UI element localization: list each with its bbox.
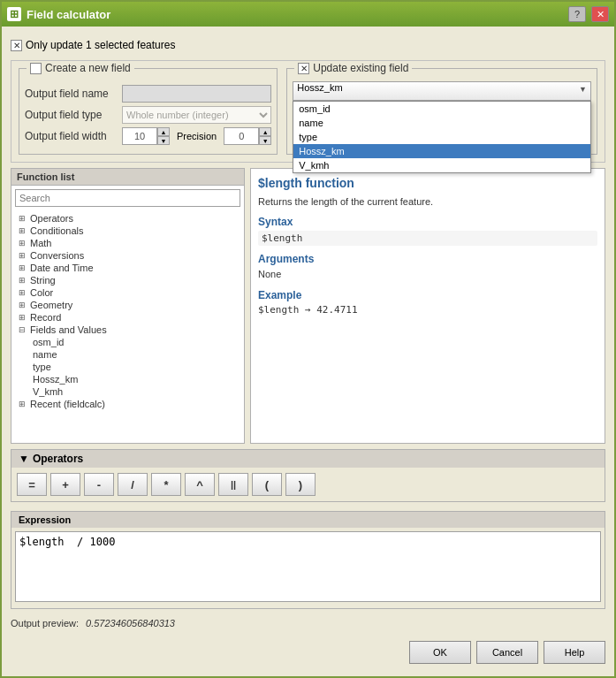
bottom-buttons: OK Cancel Help <box>11 637 605 667</box>
create-field-panel: Create a new field Output field name Out… <box>19 68 278 155</box>
info-description: Returns the length of the current featur… <box>258 195 597 209</box>
op-equals[interactable]: = <box>17 473 47 496</box>
precision-up-button[interactable]: ▲ <box>259 127 271 136</box>
dropdown-item-name[interactable]: name <box>293 116 590 130</box>
update-field-legend: Update existing field <box>294 62 412 74</box>
op-plus[interactable]: + <box>50 473 80 496</box>
precision-input[interactable] <box>224 127 259 145</box>
ok-button[interactable]: OK <box>409 641 471 664</box>
field-calculator-window: ⊞ Field calculator ? ✕ Only update 1 sel… <box>0 0 616 678</box>
window-body: Only update 1 selected features Create a… <box>2 27 614 676</box>
op-concat[interactable]: || <box>218 473 248 496</box>
tree-group-geometry-header[interactable]: ⊞ Geometry <box>13 299 242 311</box>
help-title-button[interactable]: ? <box>568 6 586 22</box>
tree-group-conditionals-header[interactable]: ⊞ Conditionals <box>13 225 242 237</box>
tree-item-v_kmh[interactable]: V_kmh <box>29 385 242 398</box>
tree-group-conversions-header[interactable]: ⊞ Conversions <box>13 249 242 262</box>
update-field-checkbox[interactable] <box>298 63 309 74</box>
dropdown-item-v_kmh[interactable]: V_kmh <box>293 158 590 172</box>
tree-item-hossz_km[interactable]: Hossz_km <box>29 373 242 385</box>
dropdown-item-osm_id[interactable]: osm_id <box>293 102 590 116</box>
tree-group-color-header[interactable]: ⊞ Color <box>13 286 242 299</box>
tree-group-label-datetime: Date and Time <box>30 263 94 273</box>
tree-group-record: ⊞ Record <box>13 311 242 324</box>
info-arguments-title: Arguments <box>258 253 597 265</box>
op-open-paren[interactable]: ( <box>252 473 282 496</box>
window-title: Field calculator <box>27 8 563 21</box>
op-minus[interactable]: - <box>84 473 114 496</box>
only-update-checkbox[interactable] <box>11 40 22 51</box>
dropdown-item-type[interactable]: type <box>293 130 590 144</box>
tree-group-fields-values-header[interactable]: ⊟ Fields and Values <box>13 324 242 336</box>
operators-body: = + - / * ^ || ( ) <box>11 468 605 501</box>
op-close-paren[interactable]: ) <box>285 473 316 496</box>
output-field-name-label: Output field name <box>25 88 122 100</box>
close-button[interactable]: ✕ <box>591 6 609 22</box>
cancel-button[interactable]: Cancel <box>476 641 538 664</box>
info-panel: $length function Returns the length of t… <box>250 168 605 444</box>
expand-icon-color: ⊞ <box>17 288 27 297</box>
expand-icon-datetime: ⊞ <box>17 263 27 272</box>
op-power[interactable]: ^ <box>185 473 215 496</box>
tree-group-color: ⊞ Color <box>13 286 242 299</box>
expand-icon-geometry: ⊞ <box>17 301 27 309</box>
help-button[interactable]: Help <box>544 641 605 664</box>
precision-spin-buttons: ▲ ▼ <box>259 127 271 145</box>
tree-item-type[interactable]: type <box>29 361 242 373</box>
expand-icon-operators: ⊞ <box>17 214 27 223</box>
tree-group-math: ⊞ Math <box>13 237 242 249</box>
tree-group-label-recent: Recent (fieldcalc) <box>30 399 105 409</box>
expression-header: Expression <box>11 512 605 528</box>
expand-icon-math: ⊞ <box>17 239 27 248</box>
precision-down-button[interactable]: ▼ <box>259 136 271 145</box>
tree-item-osm_id[interactable]: osm_id <box>29 336 242 348</box>
tree-group-record-header[interactable]: ⊞ Record <box>13 311 242 324</box>
top-checkbox-row: Only update 1 selected features <box>11 35 605 55</box>
dropdown-item-hossz_km[interactable]: Hossz_km <box>293 144 590 158</box>
info-example-code: $length → 42.4711 <box>258 304 597 316</box>
info-syntax-code: $length <box>258 231 597 246</box>
create-field-checkbox[interactable] <box>30 63 42 74</box>
update-field-dropdown[interactable]: Hossz_km <box>293 81 591 101</box>
tree-group-conversions: ⊞ Conversions <box>13 249 242 262</box>
tree-group-conditionals: ⊞ Conditionals <box>13 225 242 237</box>
tree-group-fields-values: ⊟ Fields and Values osm_id name type Hos… <box>13 324 242 398</box>
tree-group-label-record: Record <box>30 312 61 323</box>
op-multiply[interactable]: * <box>151 473 181 496</box>
expression-textarea[interactable]: $length / 1000 <box>15 531 601 602</box>
output-field-width-row: Output field width ▲ ▼ Precision ▲ ▼ <box>25 127 271 145</box>
expand-icon-recent: ⊞ <box>17 400 27 408</box>
tree-group-label-conversions: Conversions <box>30 250 84 261</box>
width-down-button[interactable]: ▼ <box>157 136 170 145</box>
tree-group-label-geometry: Geometry <box>30 300 72 310</box>
output-preview-value: 0.572346056840313 <box>86 618 175 628</box>
tree-group-label-conditionals: Conditionals <box>30 225 84 236</box>
op-divide[interactable]: / <box>118 473 148 496</box>
tree-group-recent: ⊞ Recent (fieldcalc) <box>13 398 242 410</box>
info-title: $length function <box>258 176 597 190</box>
panels-row: Create a new field Output field name Out… <box>11 60 605 163</box>
expand-icon-fields-values: ⊟ <box>17 325 27 334</box>
tree-group-operators-header[interactable]: ⊞ Operators <box>13 212 242 225</box>
tree-group-label-math: Math <box>30 238 51 248</box>
main-content: Function list ⊞ Operators ⊞ Conditionals <box>11 168 605 444</box>
only-update-checkbox-label[interactable]: Only update 1 selected features <box>11 39 175 51</box>
tree-group-label-string: String <box>30 275 56 286</box>
tree-group-label-color: Color <box>30 287 53 298</box>
operators-header[interactable]: ▼ Operators <box>11 450 605 468</box>
operators-title: Operators <box>33 453 83 465</box>
width-up-button[interactable]: ▲ <box>157 127 170 136</box>
tree-group-recent-header[interactable]: ⊞ Recent (fieldcalc) <box>13 398 242 410</box>
expression-body: $length / 1000 <box>11 528 605 608</box>
tree-group-string-header[interactable]: ⊞ String <box>13 274 242 286</box>
output-field-name-row: Output field name <box>25 85 271 103</box>
search-input[interactable] <box>15 189 240 207</box>
tree-group-datetime-header[interactable]: ⊞ Date and Time <box>13 262 242 274</box>
width-input[interactable] <box>122 127 157 145</box>
tree-group-math-header[interactable]: ⊞ Math <box>13 237 242 249</box>
tree-item-name[interactable]: name <box>29 348 242 361</box>
width-spin-buttons: ▲ ▼ <box>157 127 170 145</box>
output-field-name-input[interactable] <box>122 85 271 103</box>
output-field-type-select[interactable]: Whole number (integer) <box>122 106 271 124</box>
tree-list: ⊞ Operators ⊞ Conditionals ⊞ Mat <box>11 210 244 443</box>
